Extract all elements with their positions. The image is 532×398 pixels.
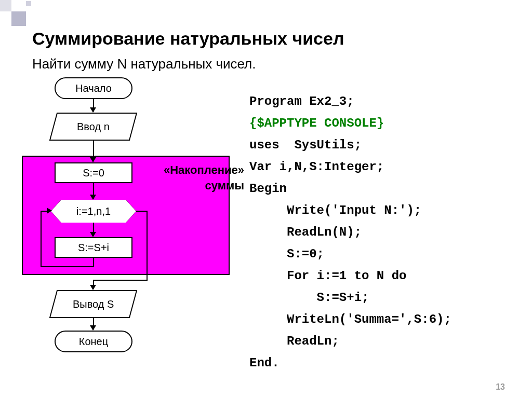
code-line-4: Var i,N,S:Integer; (249, 160, 384, 174)
page-number: 13 (496, 382, 505, 392)
flow-loop-text: i:=1,n,1 (76, 205, 111, 217)
code-line-13: End. (249, 356, 280, 370)
code-line-8: S:=0; (249, 247, 324, 261)
flow-init: S:=0 (55, 162, 132, 183)
code-line-11: WriteLn('Summa=',S:6); (249, 312, 451, 326)
flow-start-text: Начало (75, 83, 112, 94)
flow-body-text: S:=S+i (78, 242, 109, 253)
flow-input: Ввод n (49, 113, 137, 141)
slide-subtitle: Найти сумму N натуральных чисел. (32, 56, 256, 72)
code-line-10: S:=S+i; (249, 291, 369, 305)
flow-end-text: Конец (79, 336, 108, 347)
flowchart: «Накопление» суммы Начало Ввод n S:=0 i:… (16, 75, 244, 366)
code-line-5: Begin (249, 182, 287, 196)
flow-input-text: Ввод n (77, 121, 110, 132)
flow-end: Конец (55, 331, 132, 352)
code-line-12: ReadLn; (249, 334, 339, 348)
flow-body: S:=S+i (55, 237, 132, 258)
code-line-7: ReadLn(N); (249, 225, 362, 239)
slide-title: Суммирование натуральных чисел (32, 29, 344, 49)
code-listing: Program Ex2_3; {$APPTYPE CONSOLE} uses S… (249, 91, 451, 374)
code-line-6: Write('Input N:'); (249, 203, 421, 217)
flow-loop: i:=1,n,1 (51, 200, 136, 223)
flow-output: Вывод S (49, 290, 137, 318)
flow-start: Начало (55, 77, 132, 99)
code-line-2: {$APPTYPE CONSOLE} (249, 116, 384, 130)
code-line-9: For i:=1 to N do (249, 269, 406, 283)
flow-init-text: S:=0 (83, 167, 104, 179)
code-line-3: uses SysUtils; (249, 138, 362, 152)
accumulation-label: «Накопление» суммы (138, 162, 244, 193)
slide-corner-decoration (0, 0, 36, 23)
code-line-1: Program Ex2_3; (249, 94, 354, 108)
flow-output-text: Вывод S (73, 298, 114, 310)
